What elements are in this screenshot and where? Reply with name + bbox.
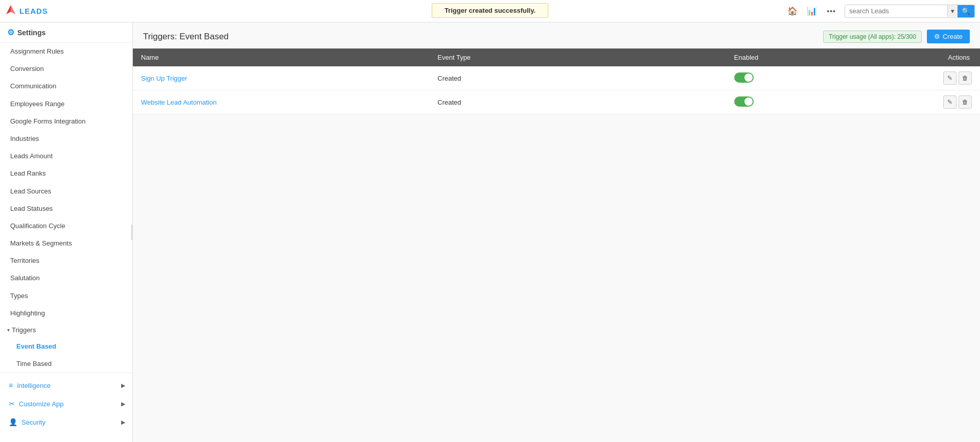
search-input[interactable] [845, 5, 947, 17]
sidebar-item-types[interactable]: Types [0, 287, 132, 305]
customize-app-icon: ✂ [9, 400, 15, 408]
row-enabled-1 [726, 90, 853, 114]
sidebar-item-leads-amount[interactable]: Leads Amount [0, 148, 132, 165]
sidebar-items-list: Assignment RulesConversionCommunicationE… [0, 43, 132, 322]
customize-app-expand-icon: ▶ [121, 401, 125, 407]
sidebar-section-label: Settings [17, 29, 45, 37]
sidebar-collapse-handle[interactable]: ◀ [131, 225, 133, 240]
security-label: Security [21, 419, 45, 426]
sidebar-item-territories[interactable]: Territories [0, 252, 132, 269]
triggers-children: Event BasedTime Based [0, 338, 132, 373]
sidebar-item-qualification-cycle[interactable]: Qualification Cycle [0, 217, 132, 235]
success-banner: Trigger created successfully. [432, 3, 548, 18]
edit-button-1[interactable]: ✎ [943, 95, 956, 109]
layout: ⚙ Settings Assignment RulesConversionCom… [0, 22, 980, 442]
row-actions-1: ✎🗑 [853, 90, 980, 114]
intelligence-icon: ≡ [9, 381, 13, 389]
table-container: Name Event Type Enabled Actions Sign Up … [133, 48, 980, 114]
logo-area: LEADS [5, 4, 48, 18]
table-row: Website Lead AutomationCreated✎🗑 [133, 90, 980, 114]
app-logo-icon [5, 4, 16, 18]
chart-button[interactable]: 📊 [804, 3, 820, 19]
intelligence-label: Intelligence [17, 382, 51, 389]
more-button[interactable]: ••• [823, 3, 839, 19]
sidebar-nav-customize-app[interactable]: ✂Customize App▶ [0, 395, 132, 413]
row-name-0[interactable]: Sign Up Trigger [133, 66, 429, 90]
create-button[interactable]: ⚙ Create [927, 30, 970, 43]
search-submit-button[interactable]: 🔍 [958, 5, 974, 17]
triggers-chevron-icon: ▾ [7, 327, 10, 333]
sidebar-title: ⚙ Settings [0, 22, 132, 43]
row-enabled-0 [726, 66, 853, 90]
search-dropdown-button[interactable]: ▾ [947, 5, 958, 17]
app-name: LEADS [19, 7, 48, 15]
create-plus-icon: ⚙ [934, 33, 940, 40]
sidebar-item-conversion[interactable]: Conversion [0, 60, 132, 78]
sidebar-item-lead-statuses[interactable]: Lead Statuses [0, 200, 132, 217]
main-content: Triggers: Event Based Trigger usage (All… [133, 22, 980, 442]
table-row: Sign Up TriggerCreated✎🗑 [133, 66, 980, 90]
triggers-section-header[interactable]: ▾ Triggers [0, 322, 132, 338]
sidebar-item-salutation[interactable]: Salutation [0, 269, 132, 287]
sidebar-item-highlighting[interactable]: Highlighting [0, 305, 132, 322]
svg-marker-1 [11, 5, 15, 14]
sidebar-item-time-based[interactable]: Time Based [0, 355, 132, 373]
sidebar: ⚙ Settings Assignment RulesConversionCom… [0, 22, 133, 442]
triggers-table: Name Event Type Enabled Actions Sign Up … [133, 48, 980, 114]
table-header: Name Event Type Enabled Actions [133, 48, 980, 66]
col-name: Name [133, 48, 429, 66]
search-area: ▾ 🔍 [845, 5, 975, 18]
col-enabled: Enabled [726, 48, 853, 66]
table-header-row: Name Event Type Enabled Actions [133, 48, 980, 66]
sidebar-item-lead-ranks[interactable]: Lead Ranks [0, 165, 132, 182]
triggers-section-label: Triggers [12, 326, 36, 334]
delete-button-1[interactable]: 🗑 [959, 95, 972, 109]
header-right: Trigger usage (All apps): 25/300 ⚙ Creat… [823, 30, 970, 43]
sidebar-item-industries[interactable]: Industries [0, 130, 132, 148]
sidebar-item-communication[interactable]: Communication [0, 78, 132, 95]
banner-message: Trigger created successfully. [445, 7, 535, 14]
row-actions-0: ✎🗑 [853, 66, 980, 90]
edit-button-0[interactable]: ✎ [943, 71, 956, 85]
sidebar-item-google-forms[interactable]: Google Forms Integration [0, 113, 132, 130]
col-event-type: Event Type [429, 48, 726, 66]
table-body: Sign Up TriggerCreated✎🗑Website Lead Aut… [133, 66, 980, 114]
trigger-usage-badge: Trigger usage (All apps): 25/300 [823, 31, 922, 43]
row-event-type-0: Created [429, 66, 726, 90]
row-name-1[interactable]: Website Lead Automation [133, 90, 429, 114]
sidebar-item-employees-range[interactable]: Employees Range [0, 95, 132, 113]
delete-button-0[interactable]: 🗑 [959, 71, 972, 85]
sidebar-nav-security[interactable]: 👤Security▶ [0, 413, 132, 431]
security-expand-icon: ▶ [121, 419, 125, 426]
toggle-switch-1[interactable] [734, 96, 754, 107]
sidebar-item-assignment-rules[interactable]: Assignment Rules [0, 43, 132, 60]
nav-icons: 🏠 📊 ••• [784, 3, 839, 19]
sidebar-item-lead-sources[interactable]: Lead Sources [0, 183, 132, 200]
customize-app-label: Customize App [19, 400, 63, 408]
sidebar-item-event-based[interactable]: Event Based [0, 338, 132, 355]
page-title: Triggers: Event Based [143, 32, 229, 42]
row-event-type-1: Created [429, 90, 726, 114]
create-button-label: Create [943, 33, 963, 40]
sidebar-nav-intelligence[interactable]: ≡Intelligence▶ [0, 376, 132, 395]
top-nav: LEADS Trigger created successfully. 🏠 📊 … [0, 0, 980, 22]
sidebar-nav-groups: ≡Intelligence▶✂Customize App▶👤Security▶ [0, 373, 132, 434]
sidebar-item-markets-segments[interactable]: Markets & Segments [0, 235, 132, 252]
col-actions: Actions [853, 48, 980, 66]
settings-gear-icon: ⚙ [7, 28, 14, 37]
security-icon: 👤 [9, 418, 17, 426]
main-header: Triggers: Event Based Trigger usage (All… [133, 22, 980, 48]
home-button[interactable]: 🏠 [784, 3, 801, 19]
toggle-switch-0[interactable] [734, 72, 754, 83]
intelligence-expand-icon: ▶ [121, 382, 125, 389]
